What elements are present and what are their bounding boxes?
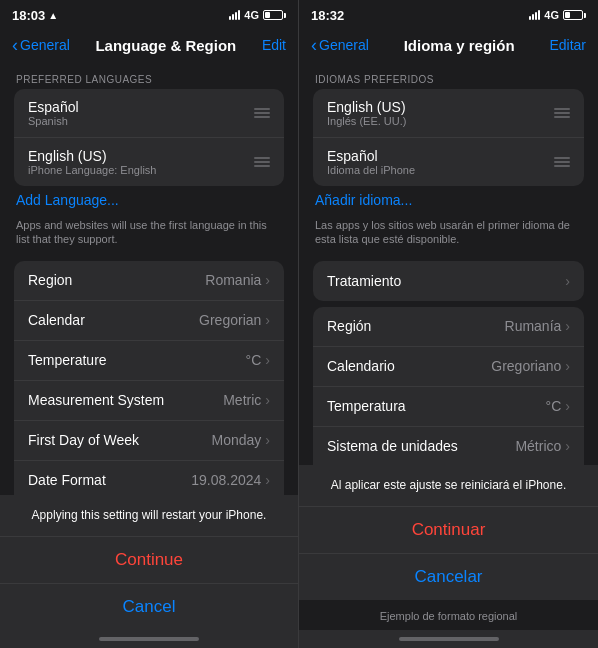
right-chevron-2 <box>565 398 570 414</box>
right-time: 18:32 <box>311 8 344 23</box>
right-home-indicator <box>299 630 598 648</box>
left-modal-message: Applying this setting will restart your … <box>0 495 298 536</box>
right-nav-bar: General Idioma y región Editar <box>299 28 598 66</box>
left-phone: 18:03 ▲ 4G General Language & Regi <box>0 0 299 648</box>
right-modal-content: Al aplicar este ajuste se reiniciará el … <box>299 465 598 600</box>
right-modal-message: Al aplicar este ajuste se reiniciará el … <box>299 465 598 506</box>
right-footer-note: Ejemplo de formato regional <box>299 600 598 630</box>
right-chevron-left-icon <box>311 35 317 56</box>
left-nav-title: Language & Region <box>95 37 236 54</box>
right-chevron-3 <box>565 438 570 454</box>
home-bar <box>99 637 199 641</box>
right-edit-button[interactable]: Editar <box>549 37 586 53</box>
right-section-label: IDIOMAS PREFERIDOS <box>299 66 598 89</box>
right-battery-icon <box>563 10 586 20</box>
left-row-temperature[interactable]: Temperature °C <box>14 341 284 381</box>
right-row-measurement[interactable]: Sistema de unidades Métrico <box>313 427 584 467</box>
left-add-language[interactable]: Add Language... <box>0 186 298 214</box>
left-modal-content: Applying this setting will restart your … <box>0 495 298 630</box>
location-icon: ▲ <box>48 10 58 21</box>
drag-handle-0[interactable] <box>254 108 270 118</box>
right-home-bar <box>399 637 499 641</box>
right-back-button[interactable]: General <box>311 35 369 56</box>
left-continue-button[interactable]: Continue <box>0 536 298 583</box>
right-row-calendar[interactable]: Calendario Gregoriano <box>313 347 584 387</box>
left-row-measurement[interactable]: Measurement System Metric <box>14 381 284 421</box>
chevron-right-icon <box>265 352 270 368</box>
chevron-right-icon <box>265 392 270 408</box>
right-treatment-chevron <box>565 272 570 290</box>
left-modal: Applying this setting will restart your … <box>0 495 298 648</box>
left-lang-item-0[interactable]: Español Spanish <box>14 89 284 138</box>
left-row-calendar[interactable]: Calendar Gregorian <box>14 301 284 341</box>
right-row-temperature[interactable]: Temperatura °C <box>313 387 584 427</box>
network-type: 4G <box>244 9 259 21</box>
left-row-firstday[interactable]: First Day of Week Monday <box>14 421 284 461</box>
right-lang-desc: Las apps y los sitios web usarán el prim… <box>299 214 598 255</box>
right-lang-list: English (US) Inglés (EE. UU.) Español Id… <box>313 89 584 186</box>
right-chevron-1 <box>565 358 570 374</box>
left-back-button[interactable]: General <box>12 35 70 56</box>
drag-handle-1[interactable] <box>254 157 270 167</box>
left-section-label: PREFERRED LANGUAGES <box>0 66 298 89</box>
left-home-indicator <box>0 630 298 648</box>
right-drag-handle-1[interactable] <box>554 157 570 167</box>
right-row-region[interactable]: Región Rumanía <box>313 307 584 347</box>
battery-icon <box>263 10 286 20</box>
right-network-type: 4G <box>544 9 559 21</box>
right-modal: Al aplicar este ajuste se reiniciará el … <box>299 465 598 648</box>
chevron-right-icon <box>265 312 270 328</box>
chevron-right-icon <box>265 472 270 488</box>
right-chevron-0 <box>565 318 570 334</box>
right-nav-title: Idioma y región <box>404 37 515 54</box>
left-nav-bar: General Language & Region Edit <box>0 28 298 66</box>
right-add-language[interactable]: Añadir idioma... <box>299 186 598 214</box>
right-lang-item-0[interactable]: English (US) Inglés (EE. UU.) <box>313 89 584 138</box>
right-drag-handle-0[interactable] <box>554 108 570 118</box>
left-lang-desc: Apps and websites will use the first lan… <box>0 214 298 255</box>
right-continue-button[interactable]: Continuar <box>299 506 598 553</box>
chevron-left-icon <box>12 35 18 56</box>
left-lang-item-1[interactable]: English (US) iPhone Language: English <box>14 138 284 186</box>
left-edit-button[interactable]: Edit <box>262 37 286 53</box>
left-status-bar: 18:03 ▲ 4G <box>0 0 298 28</box>
chevron-right-icon <box>265 272 270 288</box>
chevron-right-icon <box>265 432 270 448</box>
left-time: 18:03 ▲ <box>12 8 58 23</box>
signal-bars <box>229 10 240 20</box>
right-status-icons: 4G <box>529 9 586 21</box>
right-treatment-row[interactable]: Tratamiento <box>313 261 584 301</box>
right-lang-item-1[interactable]: Español Idioma del iPhone <box>313 138 584 186</box>
right-phone: 18:32 4G General Idioma y región Edi <box>299 0 598 648</box>
right-signal-bars <box>529 10 540 20</box>
left-lang-list: Español Spanish English (US) iPhone Lang… <box>14 89 284 186</box>
right-status-bar: 18:32 4G <box>299 0 598 28</box>
left-status-icons: 4G <box>229 9 286 21</box>
right-cancel-button[interactable]: Cancelar <box>299 553 598 600</box>
left-row-region[interactable]: Region Romania <box>14 261 284 301</box>
left-cancel-button[interactable]: Cancel <box>0 583 298 630</box>
